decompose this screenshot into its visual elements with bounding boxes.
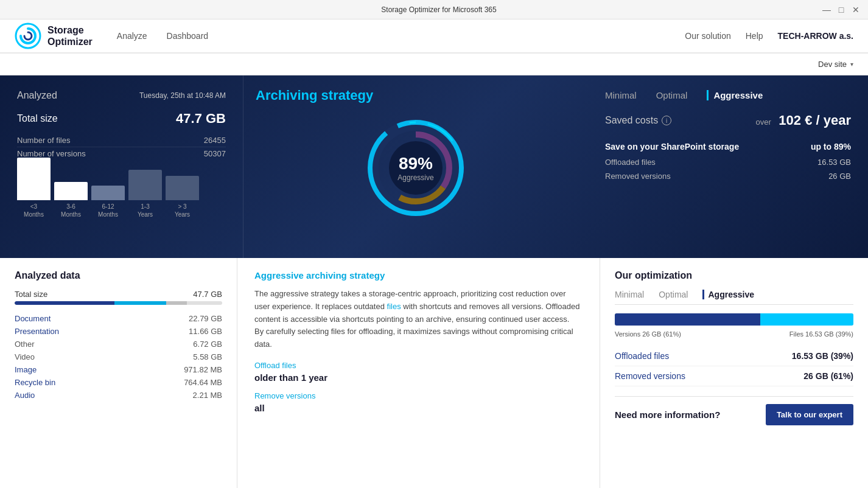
info-icon: i — [662, 116, 671, 125]
bar-group-1: <3Months — [17, 158, 51, 218]
opt-bar-label-left: Versions 26 GB (61%) — [615, 330, 681, 338]
age-bar-chart: <3Months 3-6Months 6-12Months 1-3Years >… — [17, 170, 226, 218]
opt-bar-track — [615, 313, 853, 326]
tab-minimal[interactable]: Minimal — [605, 90, 637, 100]
bar-label-1: <3Months — [24, 203, 44, 218]
bar-label-4: 1-3Years — [138, 203, 153, 218]
offloaded-files-label: Offloaded files — [605, 158, 656, 167]
donut-percent: 89% — [397, 154, 433, 173]
saved-costs-value: 102 € / year — [779, 113, 851, 128]
file-type-document: Document 22.79 GB — [15, 312, 222, 325]
saved-costs-over: over — [756, 117, 771, 127]
opt-tab-aggressive[interactable]: Aggressive — [702, 290, 754, 299]
offload-section: Offload files older than 1 year Remove v… — [254, 361, 583, 413]
donut-label: Aggressive — [397, 173, 433, 182]
need-info-label: Need more information? — [615, 410, 720, 420]
opt-offloaded-row: Offloaded files 16.53 GB (39%) — [615, 346, 853, 366]
remove-versions-value: all — [254, 403, 583, 413]
nav-analyze[interactable]: Analyze — [117, 31, 147, 41]
maximize-button[interactable]: □ — [836, 5, 846, 15]
num-files-label: Number of files — [17, 136, 70, 145]
help-link[interactable]: Help — [746, 31, 763, 41]
removed-versions-label: Removed versions — [605, 172, 671, 181]
strategy-desc-title: Aggressive archiving strategy — [254, 270, 583, 281]
donut-center-text: 89% Aggressive — [397, 154, 433, 182]
logo-area: Storage Optimizer — [15, 23, 93, 49]
analyzed-data-panel: Analyzed data Total size 47.7 GB Documen… — [0, 258, 237, 488]
opt-removed-value: 26 GB (61%) — [803, 371, 853, 381]
bar-label-5: > 3Years — [175, 203, 190, 218]
opt-tab-minimal[interactable]: Minimal — [615, 290, 644, 299]
bar-1 — [17, 158, 51, 200]
data-total-value: 47.7 GB — [193, 290, 222, 299]
total-size-row: Total size 47.7 GB — [17, 111, 226, 127]
bar-3 — [91, 186, 125, 200]
strategy-tabs: Minimal Optimal Aggressive — [605, 90, 851, 100]
minimize-button[interactable]: — — [822, 5, 831, 15]
analyzed-data-title: Analyzed data — [15, 270, 222, 281]
strategy-name-part1: Aggressive — [254, 270, 304, 281]
offloaded-files-value: 16.53 GB — [817, 158, 851, 167]
bar-5 — [166, 176, 199, 200]
data-total-label: Total size — [15, 290, 47, 299]
talk-to-expert-button[interactable]: Talk to our expert — [766, 404, 853, 425]
offload-files-label: Offload files — [254, 361, 583, 370]
removed-versions-row: Removed versions 26 GB — [605, 169, 851, 183]
strategy-name-part2: archiving strategy — [304, 270, 385, 281]
bar-group-5: > 3Years — [166, 176, 199, 218]
bar-2 — [54, 182, 88, 200]
bar-label-3: 6-12Months — [98, 203, 118, 218]
num-versions-label: Number of versions — [17, 149, 86, 158]
dev-site-label: Dev site — [818, 60, 847, 69]
remove-versions-label: Remove versions — [254, 391, 583, 400]
sharepoint-label: Save on your SharePoint storage — [605, 142, 739, 152]
opt-bar-labels: Versions 26 GB (61%) Files 16.53 GB (39%… — [615, 330, 853, 338]
close-button[interactable]: ✕ — [851, 5, 861, 15]
sharepoint-value: up to 89% — [811, 142, 851, 152]
chevron-down-icon: ▾ — [850, 61, 853, 68]
optimization-title: Our optimization — [615, 270, 853, 281]
logo-text: Storage Optimizer — [47, 24, 93, 47]
header-right: Our solution Help TECH-ARROW a.s. — [685, 31, 853, 41]
nav-dashboard[interactable]: Dashboard — [167, 31, 209, 41]
company-name: TECH-ARROW a.s. — [778, 31, 853, 41]
strategy-description-panel: Aggressive archiving strategy The aggres… — [237, 258, 600, 488]
num-files-value: 26455 — [204, 136, 226, 145]
our-solution-link[interactable]: Our solution — [685, 31, 730, 41]
total-size-label: Total size — [17, 113, 58, 124]
file-type-other: Other 6.72 GB — [15, 338, 222, 350]
file-type-list: Document 22.79 GB Presentation 11.66 GB … — [15, 312, 222, 402]
window-title: Storage Optimizer for Microsoft 365 — [56, 5, 822, 14]
data-bar-gray — [166, 301, 187, 305]
bar-group-2: 3-6Months — [54, 182, 88, 218]
offloaded-files-row: Offloaded files 16.53 GB — [605, 155, 851, 169]
bar-group-4: 1-3Years — [128, 170, 162, 218]
app-header: Storage Optimizer Analyze Dashboard Our … — [0, 19, 868, 54]
analyzed-label: Analyzed — [17, 90, 57, 101]
tab-optimal[interactable]: Optimal — [656, 90, 688, 100]
total-size-value: 47.7 GB — [176, 111, 226, 127]
title-bar: Storage Optimizer for Microsoft 365 — □ … — [0, 0, 868, 19]
tab-aggressive[interactable]: Aggressive — [707, 90, 763, 100]
hero-center-panel: Archiving strategy 89% Aggressive — [243, 75, 588, 258]
opt-removed-row: Removed versions 26 GB (61%) — [615, 366, 853, 386]
data-total-row: Total size 47.7 GB — [15, 290, 222, 299]
sharepoint-row: Save on your SharePoint storage up to 89… — [605, 138, 851, 155]
hero-section: Analyzed Tuesday, 25th at 10:48 AM Total… — [0, 75, 868, 258]
bar-4 — [128, 170, 162, 200]
opt-bar-label-right: Files 16.53 GB (39%) — [789, 330, 853, 338]
opt-bar-files — [760, 313, 853, 326]
file-type-audio: Audio 2.21 MB — [15, 389, 222, 402]
data-bar-blue — [15, 301, 114, 305]
dev-site-selector[interactable]: Dev site ▾ — [818, 60, 853, 69]
need-info-row: Need more information? Talk to our exper… — [615, 396, 853, 425]
file-stats: Number of files 26455 Number of versions… — [17, 134, 226, 160]
saved-costs-label: Saved costs i — [605, 115, 671, 126]
opt-tab-optimal[interactable]: Optimal — [659, 290, 688, 299]
offload-files-value: older than 1 year — [254, 372, 583, 383]
file-type-recycle: Recycle bin 764.64 MB — [15, 376, 222, 389]
opt-bar-versions — [615, 313, 760, 326]
donut-chart: 89% Aggressive — [361, 113, 471, 223]
opt-offloaded-label: Offloaded files — [615, 351, 669, 361]
file-type-image: Image 971.82 MB — [15, 363, 222, 376]
